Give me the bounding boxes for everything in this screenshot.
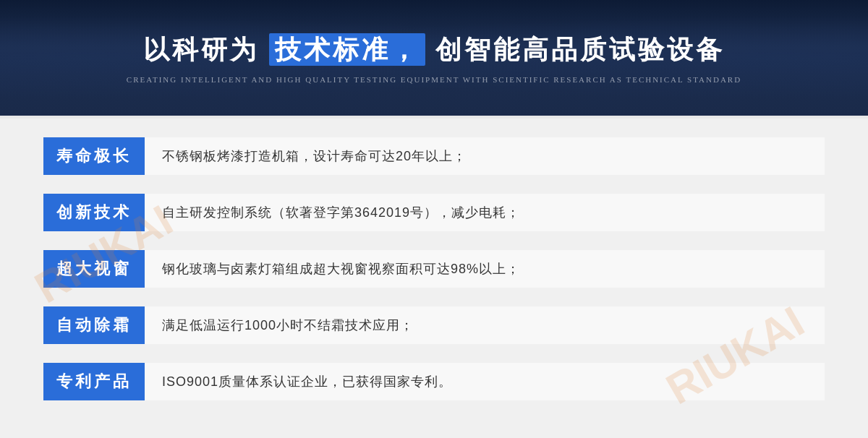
feature-row-3: 超大视窗 钢化玻璃与卤素灯箱组成超大视窗视察面积可达98%以上； [43, 244, 825, 293]
page-wrapper: 以科研为 技术标准， 创智能高品质试验设备 Creating Intellige… [0, 0, 868, 438]
feature-label-1: 寿命极长 [43, 137, 145, 175]
subtitle: Creating Intelligent and High Quality Te… [127, 75, 741, 84]
feature-content-5: ISO9001质量体系认证企业，已获得国家专利。 [145, 363, 825, 400]
header-content: 以科研为 技术标准， 创智能高品质试验设备 Creating Intellige… [127, 33, 741, 84]
feature-content-1: 不锈钢板烤漆打造机箱，设计寿命可达20年以上； [145, 137, 825, 175]
main-title: 以科研为 技术标准， 创智能高品质试验设备 [127, 33, 741, 68]
title-suffix: 创智能高品质试验设备 [435, 35, 725, 64]
feature-content-3: 钢化玻璃与卤素灯箱组成超大视窗视察面积可达98%以上； [145, 250, 825, 288]
title-prefix: 以科研为 [143, 35, 259, 64]
feature-row-1: 寿命极长 不锈钢板烤漆打造机箱，设计寿命可达20年以上； [43, 132, 825, 181]
feature-row-4: 自动除霜 满足低温运行1000小时不结霜技术应用； [43, 301, 825, 350]
feature-label-2: 创新技术 [43, 194, 145, 231]
feature-label-3: 超大视窗 [43, 250, 145, 288]
feature-content-4: 满足低温运行1000小时不结霜技术应用； [145, 306, 825, 344]
feature-row-2: 创新技术 自主研发控制系统（软著登字第3642019号），减少电耗； [43, 188, 825, 237]
title-highlight: 技术标准， [269, 33, 425, 66]
features-section: 寿命极长 不锈钢板烤漆打造机箱，设计寿命可达20年以上； 创新技术 自主研发控制… [0, 119, 868, 419]
feature-content-2: 自主研发控制系统（软著登字第3642019号），减少电耗； [145, 194, 825, 231]
feature-row-5: 专利产品 ISO9001质量体系认证企业，已获得国家专利。 [43, 357, 825, 406]
header-banner: 以科研为 技术标准， 创智能高品质试验设备 Creating Intellige… [0, 0, 868, 116]
feature-label-5: 专利产品 [43, 363, 145, 400]
feature-label-4: 自动除霜 [43, 306, 145, 344]
